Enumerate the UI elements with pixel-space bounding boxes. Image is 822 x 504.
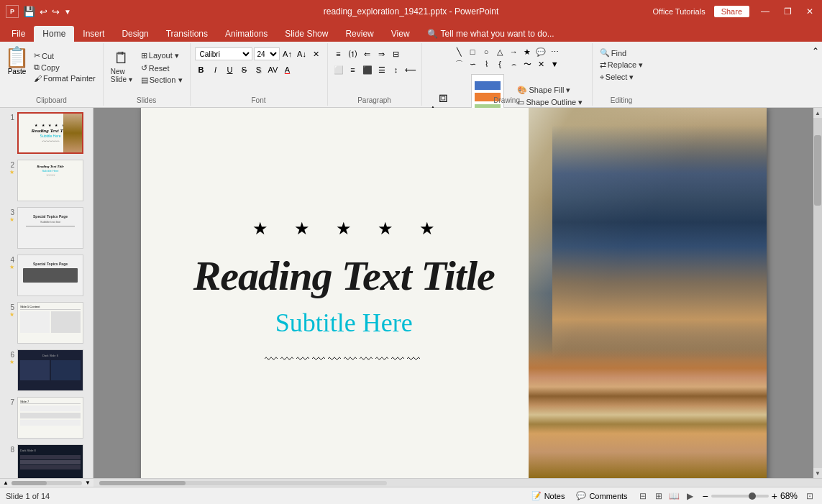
replace-button[interactable]: ⇄ Replace ▾ — [597, 60, 646, 70]
font-size-select[interactable]: 24 — [254, 47, 280, 60]
shape-brace-btn[interactable]: { — [493, 58, 506, 70]
font-family-select[interactable]: Calibri — [195, 47, 252, 60]
shape-arrow-btn[interactable]: → — [507, 46, 520, 58]
bold-button[interactable]: B — [195, 63, 208, 76]
justify-button[interactable]: ☰ — [375, 63, 388, 76]
shape-arc-btn[interactable]: ⌢ — [507, 58, 520, 70]
comments-button[interactable]: 💬 Comments — [573, 490, 630, 501]
shape-callout-btn[interactable]: 💬 — [534, 46, 547, 58]
cols-button[interactable]: ⊟ — [390, 47, 403, 60]
zoom-slider[interactable] — [711, 495, 769, 498]
slide-content-area: ★ ★ ★ ★ ★ Reading Text Title Subtitle He… — [141, 108, 548, 478]
tab-view[interactable]: View — [383, 26, 419, 42]
find-button[interactable]: 🔍 Find — [597, 47, 629, 58]
format-painter-button[interactable]: 🖌 Format Painter — [31, 73, 99, 83]
select-button[interactable]: ⌖ Select ▾ — [597, 72, 637, 83]
slide-title[interactable]: Reading Text Title — [193, 253, 495, 299]
reading-view-button[interactable]: 📖 — [668, 490, 681, 503]
bullets-button[interactable]: ≡ — [332, 47, 345, 60]
slide-thumb-1[interactable]: 1 ★ ★ ★ ★ ★ Reading Text Title Subtitle … — [3, 111, 90, 155]
tab-search[interactable]: 🔍 Tell me what you want to do... — [419, 26, 563, 42]
scroll-thumb[interactable] — [814, 135, 821, 205]
slide-thumb-6[interactable]: 6 ★ Dark Slide 6 — [3, 348, 90, 393]
shape-curve-btn[interactable]: ⌒ — [452, 58, 465, 70]
shadow-button[interactable]: S — [252, 63, 265, 76]
scroll-right-button[interactable]: ▼ — [83, 480, 92, 487]
slide-thumb-5[interactable]: 5 ★ Slide 5 Content — [3, 301, 90, 345]
new-slide-button[interactable]: 🗒 NewSlide ▾ — [108, 47, 135, 85]
shape-wave-btn[interactable]: 〜 — [521, 58, 534, 70]
copy-button[interactable]: ⧉ Copy — [31, 62, 99, 73]
shape-fill-button[interactable]: 🎨 Shape Fill ▾ — [514, 85, 587, 96]
office-tutorials-link[interactable]: Office Tutorials — [652, 7, 705, 16]
slide-thumb-7[interactable]: 7 Slide 7 — [3, 395, 90, 440]
quick-access-redo[interactable]: ↪ — [52, 6, 60, 17]
shape-more-btn[interactable]: ⋯ — [548, 46, 561, 58]
shape-rect-btn[interactable]: □ — [466, 46, 479, 58]
shape-x-btn[interactable]: ✕ — [534, 58, 547, 70]
scroll-up-button[interactable]: ▲ — [813, 108, 822, 118]
rtl-button[interactable]: ⟵ — [404, 63, 417, 76]
zoom-in-button[interactable]: + — [772, 490, 777, 502]
slide-subtitle[interactable]: Subtitle Here — [275, 308, 413, 338]
char-spacing-button[interactable]: AV — [267, 63, 280, 76]
strikethrough-button[interactable]: S — [238, 63, 251, 76]
slide-thumb-2[interactable]: 2 ★ Reading Text Title Subtitle Here 〰〰〰… — [3, 158, 90, 203]
scroll-left-button[interactable]: ▲ — [1, 480, 10, 487]
tab-insert[interactable]: Insert — [74, 26, 113, 42]
shape-more2-btn[interactable]: ▼ — [548, 58, 561, 70]
decrease-indent-button[interactable]: ⇐ — [361, 47, 374, 60]
shape-star-btn[interactable]: ★ — [521, 46, 534, 58]
underline-button[interactable]: U — [224, 63, 237, 76]
ribbon-collapse-button[interactable]: ⌃ — [812, 43, 822, 106]
align-right-button[interactable]: ⬛ — [361, 63, 374, 76]
share-button[interactable]: Share — [714, 6, 749, 17]
tab-design[interactable]: Design — [113, 26, 157, 42]
fit-window-button[interactable]: ⊡ — [803, 490, 816, 503]
font-shrink-button[interactable]: A↓ — [296, 47, 309, 60]
quick-access-more[interactable]: ▼ — [64, 8, 71, 16]
line-spacing-button[interactable]: ↕ — [390, 63, 403, 76]
cut-button[interactable]: ✂ Cut — [31, 50, 99, 61]
clear-format-button[interactable]: ✕ — [310, 47, 323, 60]
tab-review[interactable]: Review — [337, 26, 382, 42]
slideshow-button[interactable]: ▶ — [684, 490, 697, 503]
replace-icon: ⇄ — [600, 60, 606, 70]
shape-freeform-btn[interactable]: ∽ — [466, 58, 479, 70]
align-left-button[interactable]: ⬜ — [332, 63, 345, 76]
shape-line-btn[interactable]: ╲ — [452, 46, 465, 58]
quick-access-undo[interactable]: ↩ — [40, 6, 47, 17]
numbering-button[interactable]: ⑴ — [347, 47, 360, 60]
shape-connector-btn[interactable]: ⌇ — [480, 58, 493, 70]
tab-slideshow[interactable]: Slide Show — [276, 26, 337, 42]
h-scroll-thumb[interactable] — [12, 481, 47, 485]
font-color-button[interactable]: A — [281, 63, 294, 76]
section-button[interactable]: ▤ Section ▾ — [138, 75, 186, 86]
notes-button[interactable]: 📝 Notes — [529, 490, 568, 501]
slide-sorter-button[interactable]: ⊞ — [652, 490, 665, 503]
tab-home[interactable]: Home — [34, 26, 74, 42]
tab-animations[interactable]: Animations — [216, 26, 276, 42]
quick-access-save[interactable]: 💾 — [23, 6, 35, 17]
slide-thumb-8[interactable]: 8 Dark Slide 8 — [3, 443, 90, 478]
tab-transitions[interactable]: Transitions — [157, 26, 216, 42]
italic-button[interactable]: I — [209, 63, 222, 76]
shape-outline-button[interactable]: ▭ Shape Outline ▾ — [514, 97, 587, 108]
scroll-down-button[interactable]: ▼ — [813, 468, 822, 478]
minimize-button[interactable]: — — [758, 6, 772, 17]
normal-view-button[interactable]: ⊟ — [636, 490, 649, 503]
restore-button[interactable]: ❐ — [781, 6, 795, 17]
shape-circle-btn[interactable]: ○ — [480, 46, 493, 58]
slide-thumb-4[interactable]: 4 ★ Special Topics Page — [3, 253, 90, 298]
slide-thumb-3[interactable]: 3 ★ Special Topics Page Subtitle text li… — [3, 206, 90, 250]
zoom-out-button[interactable]: − — [703, 490, 708, 502]
paste-button[interactable]: 📋 Paste — [4, 47, 29, 75]
close-button[interactable]: ✕ — [803, 6, 816, 17]
reset-button[interactable]: ↺ Reset — [138, 63, 186, 73]
layout-button[interactable]: ⊞ Layout ▾ — [138, 50, 186, 61]
align-center-button[interactable]: ≡ — [347, 63, 360, 76]
font-grow-button[interactable]: A↑ — [281, 47, 294, 60]
increase-indent-button[interactable]: ⇒ — [375, 47, 388, 60]
tab-file[interactable]: File — [3, 26, 34, 42]
shape-triangle-btn[interactable]: △ — [493, 46, 506, 58]
